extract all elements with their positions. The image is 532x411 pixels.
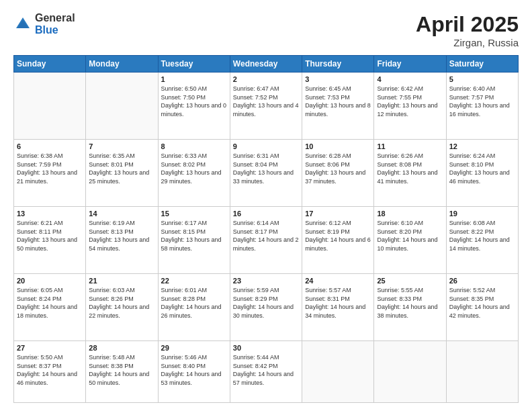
logo: General Blue xyxy=(13,12,75,36)
day-number: 26 xyxy=(449,277,515,285)
table-row: 1Sunrise: 6:50 AM Sunset: 7:50 PM Daylig… xyxy=(158,73,230,140)
table-row xyxy=(374,341,446,403)
table-row: 13Sunrise: 6:21 AM Sunset: 8:11 PM Dayli… xyxy=(14,207,86,274)
day-info: Sunrise: 6:14 AM Sunset: 8:17 PM Dayligh… xyxy=(233,219,299,253)
day-info: Sunrise: 6:12 AM Sunset: 8:19 PM Dayligh… xyxy=(305,219,371,253)
day-number: 30 xyxy=(233,344,299,352)
table-row: 25Sunrise: 5:55 AM Sunset: 8:33 PM Dayli… xyxy=(374,274,446,341)
logo-blue-text: Blue xyxy=(35,24,75,36)
day-number: 9 xyxy=(233,142,299,150)
table-row: 23Sunrise: 5:59 AM Sunset: 8:29 PM Dayli… xyxy=(230,274,302,341)
day-info: Sunrise: 6:03 AM Sunset: 8:26 PM Dayligh… xyxy=(89,286,154,320)
day-number: 25 xyxy=(377,277,443,285)
table-row: 28Sunrise: 5:48 AM Sunset: 8:38 PM Dayli… xyxy=(86,341,158,403)
day-number: 20 xyxy=(17,277,83,285)
logo-general-text: General xyxy=(35,12,75,24)
day-number: 2 xyxy=(233,75,299,83)
header-thursday: Thursday xyxy=(302,56,374,73)
day-info: Sunrise: 6:08 AM Sunset: 8:22 PM Dayligh… xyxy=(449,219,515,253)
day-number: 4 xyxy=(377,75,443,83)
day-number: 13 xyxy=(17,210,83,218)
table-row: 21Sunrise: 6:03 AM Sunset: 8:26 PM Dayli… xyxy=(86,274,158,341)
day-number: 3 xyxy=(305,75,371,83)
day-number: 8 xyxy=(161,142,227,150)
day-info: Sunrise: 6:10 AM Sunset: 8:20 PM Dayligh… xyxy=(377,219,443,253)
day-number: 15 xyxy=(161,210,227,218)
day-info: Sunrise: 6:21 AM Sunset: 8:11 PM Dayligh… xyxy=(17,219,83,253)
header-monday: Monday xyxy=(86,56,158,73)
table-row: 16Sunrise: 6:14 AM Sunset: 8:17 PM Dayli… xyxy=(230,207,302,274)
day-info: Sunrise: 6:38 AM Sunset: 7:59 PM Dayligh… xyxy=(17,152,83,185)
day-info: Sunrise: 6:33 AM Sunset: 8:02 PM Dayligh… xyxy=(161,152,227,185)
day-number: 6 xyxy=(17,142,83,150)
day-info: Sunrise: 5:57 AM Sunset: 8:31 PM Dayligh… xyxy=(305,286,371,320)
table-row xyxy=(446,341,518,403)
calendar-table: Sunday Monday Tuesday Wednesday Thursday… xyxy=(13,55,519,403)
page: General Blue April 2025 Zirgan, Russia S… xyxy=(0,0,532,411)
day-info: Sunrise: 5:48 AM Sunset: 8:38 PM Dayligh… xyxy=(89,353,154,387)
day-number: 22 xyxy=(161,277,227,285)
day-info: Sunrise: 6:45 AM Sunset: 7:53 PM Dayligh… xyxy=(305,85,371,118)
day-number: 28 xyxy=(89,344,154,352)
day-number: 12 xyxy=(449,142,515,150)
table-row: 18Sunrise: 6:10 AM Sunset: 8:20 PM Dayli… xyxy=(374,207,446,274)
day-info: Sunrise: 6:47 AM Sunset: 7:52 PM Dayligh… xyxy=(233,85,299,118)
day-number: 16 xyxy=(233,210,299,218)
table-row: 8Sunrise: 6:33 AM Sunset: 8:02 PM Daylig… xyxy=(158,140,230,207)
title-block: April 2025 Zirgan, Russia xyxy=(416,12,519,48)
table-row: 7Sunrise: 6:35 AM Sunset: 8:01 PM Daylig… xyxy=(86,140,158,207)
table-row xyxy=(86,73,158,140)
table-row: 30Sunrise: 5:44 AM Sunset: 8:42 PM Dayli… xyxy=(230,341,302,403)
table-row: 15Sunrise: 6:17 AM Sunset: 8:15 PM Dayli… xyxy=(158,207,230,274)
table-row: 26Sunrise: 5:52 AM Sunset: 8:35 PM Dayli… xyxy=(446,274,518,341)
header-sunday: Sunday xyxy=(14,56,86,73)
day-info: Sunrise: 5:59 AM Sunset: 8:29 PM Dayligh… xyxy=(233,286,299,320)
table-row: 12Sunrise: 6:24 AM Sunset: 8:10 PM Dayli… xyxy=(446,140,518,207)
table-row: 4Sunrise: 6:42 AM Sunset: 7:55 PM Daylig… xyxy=(374,73,446,140)
header-tuesday: Tuesday xyxy=(158,56,230,73)
day-number: 10 xyxy=(305,142,371,150)
table-row: 11Sunrise: 6:26 AM Sunset: 8:08 PM Dayli… xyxy=(374,140,446,207)
table-row: 17Sunrise: 6:12 AM Sunset: 8:19 PM Dayli… xyxy=(302,207,374,274)
title-location: Zirgan, Russia xyxy=(416,37,519,48)
day-info: Sunrise: 6:40 AM Sunset: 7:57 PM Dayligh… xyxy=(449,85,515,118)
day-number: 7 xyxy=(89,142,154,150)
table-row: 5Sunrise: 6:40 AM Sunset: 7:57 PM Daylig… xyxy=(446,73,518,140)
day-info: Sunrise: 6:28 AM Sunset: 8:06 PM Dayligh… xyxy=(305,152,371,185)
logo-text: General Blue xyxy=(35,12,75,36)
header-wednesday: Wednesday xyxy=(230,56,302,73)
day-number: 1 xyxy=(161,75,227,83)
header-friday: Friday xyxy=(374,56,446,73)
title-month: April 2025 xyxy=(416,12,519,37)
day-info: Sunrise: 6:05 AM Sunset: 8:24 PM Dayligh… xyxy=(17,286,83,320)
table-row: 19Sunrise: 6:08 AM Sunset: 8:22 PM Dayli… xyxy=(446,207,518,274)
day-number: 18 xyxy=(377,210,443,218)
day-number: 27 xyxy=(17,344,83,352)
day-info: Sunrise: 6:31 AM Sunset: 8:04 PM Dayligh… xyxy=(233,152,299,185)
table-row: 10Sunrise: 6:28 AM Sunset: 8:06 PM Dayli… xyxy=(302,140,374,207)
table-row: 6Sunrise: 6:38 AM Sunset: 7:59 PM Daylig… xyxy=(14,140,86,207)
day-number: 19 xyxy=(449,210,515,218)
day-info: Sunrise: 5:52 AM Sunset: 8:35 PM Dayligh… xyxy=(449,286,515,320)
table-row: 27Sunrise: 5:50 AM Sunset: 8:37 PM Dayli… xyxy=(14,341,86,403)
day-number: 21 xyxy=(89,277,154,285)
table-row xyxy=(302,341,374,403)
day-info: Sunrise: 5:46 AM Sunset: 8:40 PM Dayligh… xyxy=(161,353,227,387)
day-number: 23 xyxy=(233,277,299,285)
day-number: 14 xyxy=(89,210,154,218)
day-info: Sunrise: 6:26 AM Sunset: 8:08 PM Dayligh… xyxy=(377,152,443,185)
day-number: 5 xyxy=(449,75,515,83)
day-info: Sunrise: 6:35 AM Sunset: 8:01 PM Dayligh… xyxy=(89,152,154,185)
table-row: 20Sunrise: 6:05 AM Sunset: 8:24 PM Dayli… xyxy=(14,274,86,341)
header: General Blue April 2025 Zirgan, Russia xyxy=(13,12,519,48)
day-number: 11 xyxy=(377,142,443,150)
day-info: Sunrise: 6:17 AM Sunset: 8:15 PM Dayligh… xyxy=(161,219,227,253)
table-row: 9Sunrise: 6:31 AM Sunset: 8:04 PM Daylig… xyxy=(230,140,302,207)
logo-icon xyxy=(13,15,32,34)
day-info: Sunrise: 5:50 AM Sunset: 8:37 PM Dayligh… xyxy=(17,353,83,387)
table-row: 2Sunrise: 6:47 AM Sunset: 7:52 PM Daylig… xyxy=(230,73,302,140)
day-info: Sunrise: 6:01 AM Sunset: 8:28 PM Dayligh… xyxy=(161,286,227,320)
table-row: 22Sunrise: 6:01 AM Sunset: 8:28 PM Dayli… xyxy=(158,274,230,341)
day-number: 17 xyxy=(305,210,371,218)
day-info: Sunrise: 6:24 AM Sunset: 8:10 PM Dayligh… xyxy=(449,152,515,185)
